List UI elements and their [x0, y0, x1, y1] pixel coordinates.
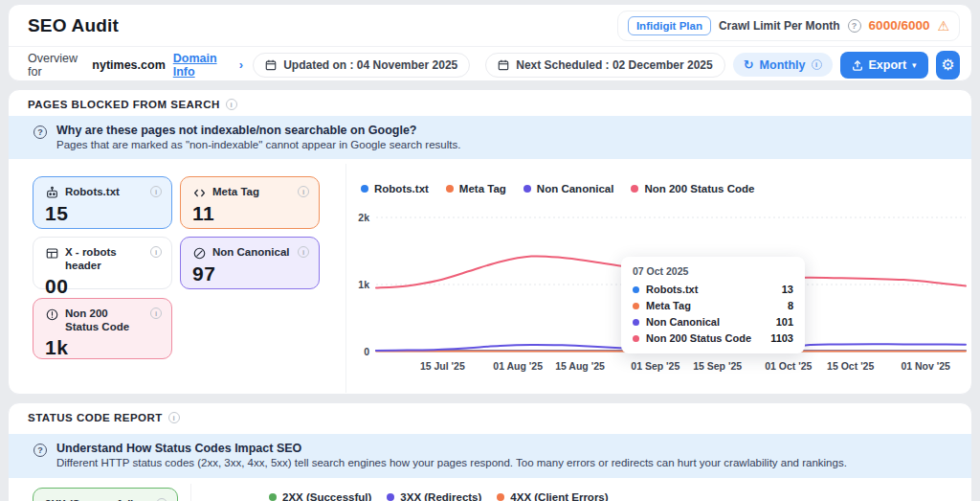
upload-icon: [852, 59, 863, 71]
legend-item-robots-txt[interactable]: Robots.txt: [361, 183, 429, 194]
x-axis-label: 01 Sep '25: [631, 360, 679, 372]
stat-card-x-robots-header[interactable]: X - robots headeri00: [33, 237, 172, 289]
tooltip-row-non-200-status-code: Non 200 Status Code1103: [633, 332, 793, 344]
export-label: Export: [869, 58, 907, 72]
legend-dot: [523, 185, 531, 193]
tooltip-dot: [633, 286, 639, 293]
pages-blocked-section: PAGES BLOCKED FROM SEARCH i ? Why are th…: [8, 89, 972, 395]
section-title: PAGES BLOCKED FROM SEARCH i: [28, 99, 237, 110]
tooltip-label: Non 200 Status Code: [646, 332, 751, 344]
status-codes-banner: ? Understand How Status Codes Impact SEO…: [9, 434, 971, 478]
x-axis-label: 15 Oct '25: [827, 360, 874, 372]
stat-card-label: Non 200 Status Code: [65, 307, 145, 334]
indexability-banner: ? Why are these pages not indexable/non …: [9, 116, 971, 159]
robot-icon: [45, 186, 59, 200]
domain-name: nytimes.com: [92, 58, 165, 72]
overview-prefix: Overview for: [28, 52, 84, 79]
domain-info-link[interactable]: Domain Info: [173, 52, 232, 79]
tooltip-value: 8: [788, 300, 793, 311]
stat-card-label: Non Canonical: [212, 245, 290, 259]
calendar-icon: [265, 59, 277, 71]
chevron-right-icon[interactable]: ›: [239, 57, 243, 72]
legend-dot: [446, 185, 454, 193]
section-title: STATUS CODE REPORT i: [28, 412, 180, 423]
stat-card-non-200-status-code[interactable]: Non 200 Status Codei1k: [33, 298, 172, 359]
info-icon[interactable]: i: [150, 307, 162, 319]
top-bar-card: SEO Audit Infidigit Plan Crawl Limit Per…: [8, 4, 972, 81]
warning-icon: ⚠: [937, 19, 949, 33]
table-icon: [45, 246, 59, 261]
tooltip-dot: [633, 335, 639, 342]
chart-legend: Robots.txtMeta TagNon CanonicalNon 200 S…: [361, 183, 754, 194]
next-scheduled-label: Next Scheduled : 02 December 2025: [516, 58, 712, 72]
code-icon: [192, 186, 207, 200]
banner-text: Different HTTP status codes (2xx, 3xx, 4…: [56, 457, 847, 468]
info-icon[interactable]: i: [298, 246, 309, 258]
legend-item-2xx-successful[interactable]: 2XX (Successful): [269, 491, 371, 501]
legend-item-non-canonical[interactable]: Non Canonical: [523, 183, 614, 194]
stat-card-value: 97: [192, 262, 309, 285]
status-code-section: STATUS CODE REPORT i ? Understand How St…: [8, 402, 972, 501]
page-title: SEO Audit: [28, 15, 119, 36]
stat-card-non-canonical[interactable]: Non Canonicali97: [180, 237, 320, 289]
tooltip-dot: [633, 303, 639, 309]
chart-tooltip: 07 Oct 2025 Robots.txt13Meta Tag8Non Can…: [621, 257, 805, 353]
tooltip-dot: [633, 319, 639, 326]
stat-card-2xx-successful[interactable]: 2XX (Successful) i: [33, 488, 178, 501]
pages-blocked-title: PAGES BLOCKED FROM SEARCH: [28, 99, 220, 110]
info-icon[interactable]: i: [298, 186, 309, 197]
legend-label: Robots.txt: [374, 183, 429, 194]
legend-label: Meta Tag: [459, 183, 506, 194]
frequency-selector[interactable]: ↻ Monthly i: [733, 53, 833, 77]
info-icon[interactable]: i: [150, 186, 162, 197]
settings-button[interactable]: ⚙: [936, 51, 960, 80]
sync-icon: ↻: [744, 57, 754, 72]
legend-dot: [497, 493, 504, 501]
stat-card-label: Meta Tag: [212, 185, 259, 198]
info-icon[interactable]: i: [150, 246, 162, 258]
status-chart-legend: 2XX (Successful)3XX (Redirects)4XX (Clie…: [269, 491, 609, 501]
crawl-limit-label: Crawl Limit Per Month: [719, 19, 840, 33]
stat-card-value: 1k: [45, 336, 162, 359]
x-axis-label: 15 Jul '25: [420, 360, 465, 372]
banner-title: Why are these pages not indexable/non se…: [56, 124, 460, 137]
tooltip-label: Meta Tag: [646, 300, 691, 311]
stat-card-robots-txt[interactable]: Robots.txti15: [33, 176, 172, 229]
legend-label: 2XX (Successful): [282, 491, 371, 501]
legend-label: 3XX (Redirects): [400, 491, 481, 501]
legend-dot: [387, 493, 394, 501]
divider: [190, 484, 191, 501]
x-axis-label: 01 Aug '25: [493, 360, 543, 372]
tooltip-date: 07 Oct 2025: [633, 265, 793, 277]
info-icon[interactable]: i: [226, 99, 237, 110]
status-code-title: STATUS CODE REPORT: [28, 412, 163, 423]
info-icon[interactable]: i: [812, 59, 822, 70]
plan-info-group: Infidigit Plan Crawl Limit Per Month ? 6…: [617, 11, 960, 41]
x-axis-label: 15 Aug '25: [555, 360, 605, 372]
y-axis-label: 0: [364, 346, 369, 357]
tooltip-row-robots-txt: Robots.txt13: [633, 284, 793, 295]
chevron-down-icon: ▾: [912, 60, 917, 70]
plan-badge: Infidigit Plan: [628, 16, 711, 35]
question-icon: ?: [33, 125, 47, 139]
legend-dot: [361, 185, 368, 193]
help-icon[interactable]: ?: [848, 19, 861, 33]
frequency-label: Monthly: [760, 58, 806, 72]
gear-icon: ⚙: [941, 57, 954, 73]
tooltip-value: 1103: [770, 332, 793, 344]
tooltip-value: 13: [782, 284, 793, 295]
export-button[interactable]: Export ▾: [840, 52, 928, 79]
legend-item-3xx-redirects[interactable]: 3XX (Redirects): [387, 491, 481, 501]
y-axis-label: 1k: [358, 279, 369, 290]
x-axis-label: 01 Nov '25: [901, 360, 950, 372]
stat-card-meta-tag[interactable]: Meta Tagi11: [180, 176, 320, 229]
legend-item-meta-tag[interactable]: Meta Tag: [446, 183, 506, 194]
legend-item-non-200-status-code[interactable]: Non 200 Status Code: [631, 183, 754, 194]
stat-card-value: 00: [45, 275, 162, 298]
legend-item-4xx-client-errors[interactable]: 4XX (Client Errors): [497, 491, 608, 501]
question-icon: ?: [33, 444, 47, 457]
banner-text: Pages that are marked as "non-indexable"…: [56, 139, 460, 150]
stat-card-label: X - robots header: [65, 245, 145, 273]
legend-dot: [269, 493, 277, 501]
info-icon[interactable]: i: [168, 412, 180, 423]
